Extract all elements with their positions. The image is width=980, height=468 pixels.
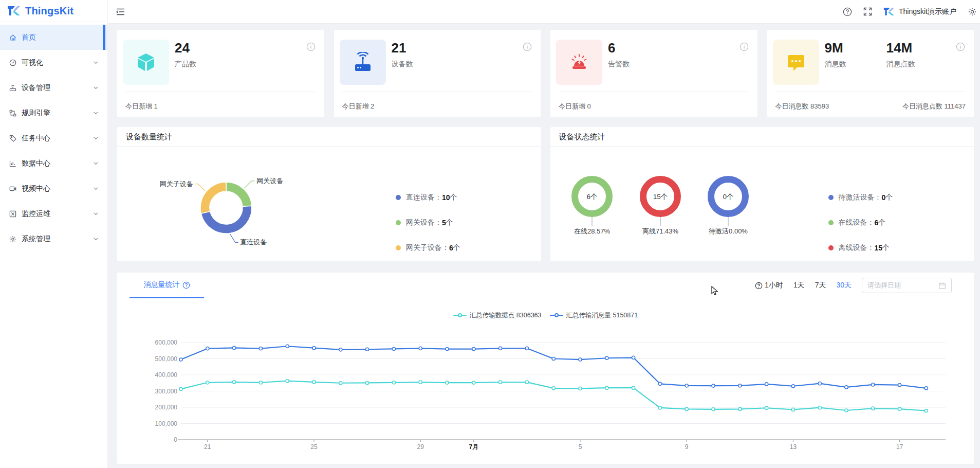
legend-dot [396, 245, 401, 250]
data-point [392, 381, 395, 384]
time-filter-7天[interactable]: 7天 [815, 281, 826, 290]
sidebar-item-数据中心[interactable]: 数据中心 [0, 151, 107, 176]
sidebar-item-label: 可视化 [22, 58, 43, 67]
sidebar-item-系统管理[interactable]: 系统管理 [0, 226, 107, 251]
gear-icon[interactable] [968, 7, 977, 16]
data-point [525, 381, 528, 384]
legend-item-在线设备[interactable]: 在线设备：6个 [828, 218, 893, 228]
sidebar-item-任务中心[interactable]: 任务中心 [0, 125, 107, 151]
data-point [818, 382, 821, 385]
ring-count: 15个 [653, 193, 668, 201]
brand-logo[interactable]: ThingsKit [0, 0, 107, 22]
device-status-rings-chart[interactable]: 6个在线28.57%15个离线71.43%0个待激活0.00% [550, 147, 818, 261]
sidebar-item-label: 数据中心 [22, 159, 50, 168]
legend-label: 离线设备： [839, 243, 875, 253]
legend-suffix: 个 [882, 243, 890, 253]
divider [125, 92, 316, 92]
sidebar-item-label: 首页 [22, 33, 36, 42]
sidebar-item-视频中心[interactable]: 视频中心 [0, 176, 107, 201]
data-point [446, 381, 449, 384]
legend-item-网关子设备[interactable]: 网关子设备：6个 [396, 243, 460, 253]
fullscreen-icon[interactable] [863, 7, 872, 16]
legend-item-汇总传输数据点[interactable]: 汇总传输数据点 8306363 [453, 311, 542, 320]
line-marker [453, 315, 467, 316]
today-new-products: 今日新增 1 [125, 102, 158, 111]
alarm-count-card: 6 告警数 今日新增 0 [550, 30, 757, 117]
dashboard-icon [9, 59, 17, 67]
device-count-donut-chart[interactable]: 网关设备直连设备网关子设备 [117, 147, 384, 261]
collapse-menu-icon[interactable] [116, 8, 125, 16]
y-axis-label: 0 [174, 436, 177, 443]
legend-dot [828, 195, 834, 200]
chevron-down-icon [93, 110, 99, 116]
legend-label: 直连设备： [406, 193, 442, 202]
data-point [579, 358, 582, 361]
legend-item-待激活设备[interactable]: 待激活设备：0个 [828, 192, 893, 203]
time-filter-1小时[interactable]: 1小时 [755, 281, 783, 290]
info-icon[interactable] [739, 42, 749, 51]
data-point [791, 408, 794, 411]
sidebar-item-label: 系统管理 [22, 235, 50, 244]
chevron-down-icon [93, 135, 99, 141]
message-icon [773, 40, 819, 85]
tab-message-volume[interactable]: 消息量统计 [130, 273, 204, 298]
info-icon[interactable] [306, 42, 316, 51]
chevron-down-icon [93, 211, 99, 217]
date-picker-input[interactable]: 请选择日期 [862, 278, 952, 293]
help-icon[interactable] [843, 7, 852, 16]
today-new-devices: 今日新增 2 [342, 102, 375, 111]
x-axis-label: 21 [204, 443, 211, 451]
sidebar-item-label: 任务中心 [22, 134, 50, 143]
legend-item-离线设备[interactable]: 离线设备：15个 [828, 243, 893, 253]
legend-dot [828, 220, 834, 225]
legend-label: 网关子设备： [406, 243, 449, 253]
time-filter-30天[interactable]: 30天 [836, 281, 852, 290]
x-axis-label: 5 [579, 443, 582, 451]
sidebar-item-监控运维[interactable]: 监控运维 [0, 201, 107, 226]
data-point [685, 384, 688, 387]
data-point [658, 406, 661, 409]
legend-item-直连设备[interactable]: 直连设备：10个 [396, 192, 460, 203]
device-count-label: 设备数 [392, 60, 413, 69]
legend-item-汇总传输消息量[interactable]: 汇总传输消息量 5150871 [550, 311, 638, 320]
sidebar-menu: 首页可视化设备管理规则引擎任务中心数据中心视频中心监控运维系统管理 [0, 25, 107, 251]
sidebar-item-可视化[interactable]: 可视化 [0, 50, 107, 75]
device-count-panel: 设备数量统计 网关设备直连设备网关子设备 直连设备：10个网关设备：5个网关子设… [117, 127, 541, 261]
data-point [845, 386, 848, 389]
data-point [525, 347, 528, 350]
data-point [738, 407, 742, 410]
y-axis-label: 100,000 [155, 420, 178, 427]
legend-label: 待激活设备： [839, 193, 882, 202]
legend-suffix: 个 [878, 218, 885, 227]
message-point-value: 14M [886, 40, 913, 56]
data-point [366, 348, 369, 351]
data-point [791, 385, 794, 388]
data-point [339, 382, 342, 385]
data-point [233, 381, 236, 384]
info-icon[interactable] [523, 42, 532, 51]
sidebar-item-规则引擎[interactable]: 规则引擎 [0, 100, 107, 125]
time-filter-1天[interactable]: 1天 [793, 281, 805, 290]
message-volume-line-chart[interactable]: 0100,000200,000300,000400,000500,000600,… [117, 324, 974, 457]
chevron-down-icon [93, 186, 99, 191]
sidebar-item-设备管理[interactable]: 设备管理 [0, 75, 107, 100]
legend-value: 6 [449, 244, 453, 252]
data-point [366, 381, 369, 384]
legend-dot [828, 245, 834, 250]
legend-suffix: 个 [450, 193, 457, 202]
y-axis-label: 500,000 [155, 355, 178, 363]
sidebar-item-label: 设备管理 [22, 83, 50, 93]
ring-count: 0个 [723, 193, 733, 201]
data-point [605, 386, 608, 389]
line-series-汇总传输消息量 [181, 346, 926, 388]
account-menu[interactable]: Thingskit演示账户 [883, 7, 956, 16]
legend-item-网关设备[interactable]: 网关设备：5个 [396, 218, 460, 228]
info-icon[interactable] [956, 42, 965, 51]
sidebar-item-首页[interactable]: 首页 [0, 25, 107, 50]
product-count-label: 产品数 [175, 60, 196, 69]
data-point [898, 407, 901, 410]
today-message-points: 今日消息点数 111437 [902, 102, 966, 111]
product-count-value: 24 [175, 40, 190, 56]
donut-slice-网关子设备 [200, 182, 226, 213]
data-point [898, 383, 901, 386]
